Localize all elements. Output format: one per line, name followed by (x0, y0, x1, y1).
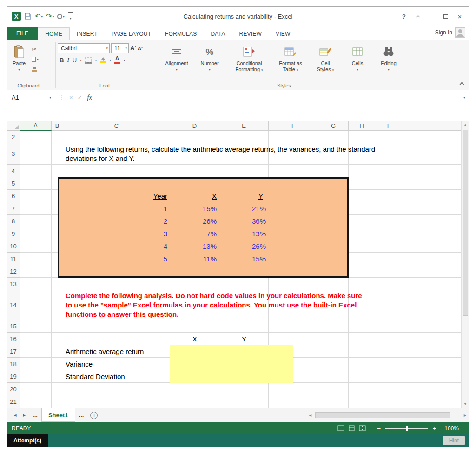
returns-x-year3[interactable]: 7% (170, 227, 219, 240)
cell[interactable] (52, 333, 63, 345)
cell[interactable] (20, 370, 52, 383)
returns-x-year5[interactable]: 11% (170, 253, 219, 265)
cell[interactable] (401, 395, 461, 408)
hidden-sheets-right[interactable]: ... (75, 412, 88, 419)
scroll-up-arrow[interactable]: ▲ (462, 121, 469, 129)
returns-y-year4[interactable]: -26% (219, 240, 269, 253)
paste-button[interactable]: Paste ▾ (9, 42, 29, 81)
cell-styles-button[interactable]: Cell Styles ▾ (310, 42, 341, 81)
cell[interactable] (20, 395, 52, 408)
sheet-nav-prev[interactable]: ◂ (11, 412, 20, 418)
returns-y-year1[interactable]: 21% (219, 202, 269, 215)
cancel-button[interactable]: × (69, 94, 73, 101)
tab-data[interactable]: DATA (204, 28, 232, 40)
cell[interactable] (375, 383, 401, 395)
row-header-18[interactable]: 18 (7, 358, 20, 370)
cell[interactable] (349, 177, 375, 190)
column-header-c[interactable]: C (63, 121, 170, 131)
cell[interactable] (269, 278, 318, 290)
sign-in[interactable]: Sign In (435, 27, 465, 38)
sheet-nav-next[interactable]: ▸ (20, 412, 29, 418)
cell[interactable] (20, 165, 52, 177)
column-header-g[interactable]: G (318, 121, 349, 131)
copy-button[interactable]: ▾ (30, 55, 40, 63)
cell[interactable] (401, 383, 461, 395)
cell[interactable] (318, 165, 349, 177)
increase-font-size-button[interactable]: A▴ (130, 45, 136, 52)
returns-header-x[interactable]: X (170, 190, 219, 202)
cell[interactable] (401, 131, 461, 143)
row-header-10[interactable]: 10 (7, 240, 20, 253)
collapse-ribbon-button[interactable] (460, 82, 464, 87)
cell[interactable] (401, 333, 461, 345)
ribbon-display-options-button[interactable] (411, 11, 424, 21)
column-header-e[interactable]: E (219, 121, 269, 131)
cell[interactable] (375, 358, 401, 370)
row-header-4[interactable]: 4 (7, 165, 20, 177)
scroll-right-arrow[interactable]: ► (461, 413, 469, 418)
cell[interactable] (375, 333, 401, 345)
cell[interactable] (318, 320, 349, 333)
cell[interactable] (349, 320, 375, 333)
returns-y-year5[interactable]: 15% (219, 253, 269, 265)
cell[interactable] (318, 383, 349, 395)
row-header-19[interactable]: 19 (7, 370, 20, 383)
cell[interactable] (318, 345, 349, 358)
tab-insert[interactable]: INSERT (70, 28, 105, 40)
cell[interactable] (219, 131, 269, 143)
cell[interactable] (269, 320, 318, 333)
row-header-12[interactable]: 12 (7, 265, 20, 278)
cell[interactable] (375, 320, 401, 333)
underline-button[interactable]: U (73, 57, 77, 64)
scroll-down-arrow[interactable]: ▼ (462, 400, 469, 408)
cell[interactable] (20, 333, 52, 345)
cell[interactable] (349, 333, 375, 345)
cell[interactable] (52, 131, 63, 143)
row-header-5[interactable]: 5 (7, 177, 20, 190)
cell[interactable] (63, 320, 170, 333)
returns-x-year2[interactable]: 26% (170, 215, 219, 227)
cell[interactable] (349, 383, 375, 395)
cell[interactable] (349, 215, 375, 227)
cell[interactable] (349, 190, 375, 202)
cell[interactable] (375, 265, 401, 278)
cell[interactable] (269, 383, 318, 395)
cell[interactable] (375, 240, 401, 253)
cell[interactable] (269, 395, 318, 408)
font-name-select[interactable]: Calibri▾ (58, 43, 110, 53)
cell[interactable] (52, 143, 63, 165)
cell[interactable] (20, 290, 52, 320)
cell[interactable] (318, 278, 349, 290)
cell[interactable] (52, 395, 63, 408)
cell[interactable] (349, 278, 375, 290)
cell[interactable] (52, 320, 63, 333)
cell[interactable] (20, 265, 52, 278)
analysis-header-y[interactable]: Y (219, 333, 269, 345)
cell[interactable] (375, 345, 401, 358)
cell[interactable] (63, 395, 170, 408)
cell[interactable] (375, 215, 401, 227)
cell[interactable] (318, 358, 349, 370)
fill-color-button[interactable] (100, 57, 106, 63)
row-header-17[interactable]: 17 (7, 345, 20, 358)
cell[interactable] (401, 370, 461, 383)
scroll-left-arrow[interactable]: ◄ (306, 413, 314, 418)
row-header-6[interactable]: 6 (7, 190, 20, 202)
format-as-table-button[interactable]: Format as Table ▾ (271, 42, 310, 81)
cell[interactable] (349, 358, 375, 370)
cell[interactable] (219, 320, 269, 333)
format-painter-button[interactable] (30, 65, 40, 73)
zoom-in-button[interactable]: + (433, 425, 436, 432)
cell[interactable] (349, 345, 375, 358)
cell[interactable] (52, 345, 63, 358)
column-header-i[interactable]: I (375, 121, 401, 131)
cell[interactable] (401, 290, 461, 320)
column-header-a[interactable]: A (20, 121, 52, 131)
cell[interactable] (20, 345, 52, 358)
cell[interactable] (63, 131, 170, 143)
cell[interactable] (219, 278, 269, 290)
cell[interactable] (52, 165, 63, 177)
row-header-14[interactable]: 14 (7, 290, 20, 320)
column-header-h[interactable]: H (349, 121, 375, 131)
cell[interactable] (170, 165, 219, 177)
